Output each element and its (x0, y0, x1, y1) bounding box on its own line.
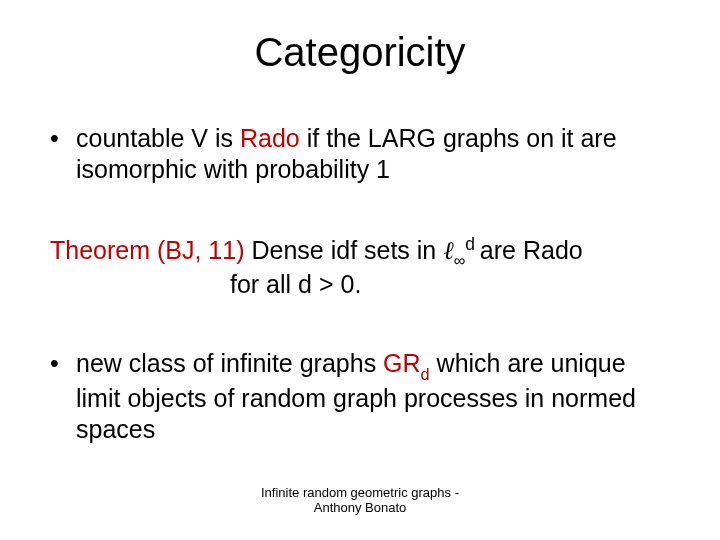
theorem-mid1: Dense idf sets in (245, 236, 444, 264)
theorem-mid2: are Rado (480, 236, 583, 264)
b3-red-sub: d (421, 365, 430, 383)
theorem-line-2: for all d > 0. (50, 269, 670, 300)
b3-red-main: GR (383, 349, 421, 377)
slide-content: • countable V is Rado if the LARG graphs… (40, 123, 680, 445)
footer-line-2: Anthony Bonato (0, 500, 720, 516)
theorem-label: Theorem (BJ, 11) (50, 236, 245, 264)
bullet-item-2: • new class of infinite graphs GRd which… (50, 348, 670, 445)
bullet-item-1: • countable V is Rado if the LARG graphs… (50, 123, 670, 186)
b3-red: GRd (383, 349, 430, 377)
bullet-text-2: new class of infinite graphs GRd which a… (76, 348, 670, 445)
theorem-sub: ∞ (454, 251, 466, 269)
footer-line-1: Infinite random geometric graphs - (0, 485, 720, 501)
bullet-dot-icon: • (50, 123, 76, 154)
slide: Categoricity • countable V is Rado if th… (0, 0, 720, 540)
slide-title: Categoricity (40, 30, 680, 75)
theorem-sup: d (465, 234, 480, 254)
b3-pre: new class of infinite graphs (76, 349, 383, 377)
theorem: Theorem (BJ, 11) Dense idf sets in ℓ∞d a… (50, 234, 670, 301)
theorem-line-1: Theorem (BJ, 11) Dense idf sets in ℓ∞d a… (50, 234, 670, 270)
bullet-dot-icon: • (50, 348, 76, 379)
bullet-text-1: countable V is Rado if the LARG graphs o… (76, 123, 670, 186)
b1-pre: countable V is (76, 124, 240, 152)
theorem-ell: ℓ (443, 237, 453, 264)
b1-red: Rado (240, 124, 300, 152)
slide-footer: Infinite random geometric graphs - Antho… (0, 485, 720, 516)
